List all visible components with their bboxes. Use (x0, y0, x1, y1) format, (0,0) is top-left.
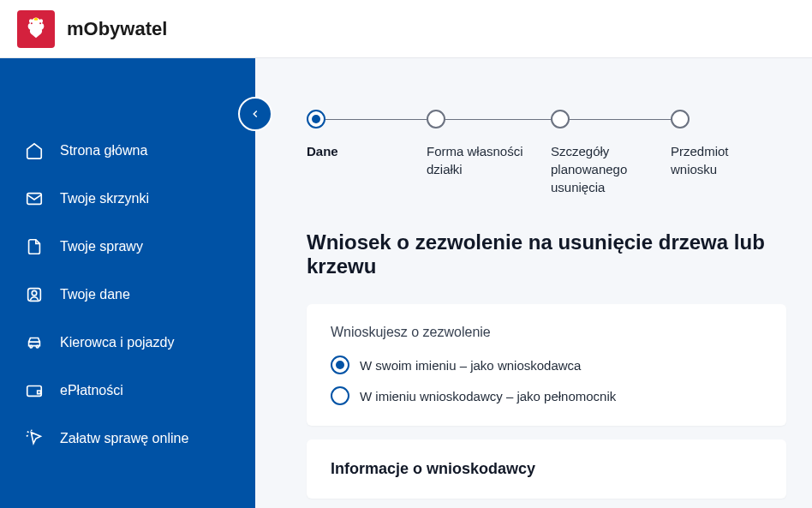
step-line (445, 119, 551, 120)
radio-circle-selected (331, 356, 349, 374)
sidebar-item-cases[interactable]: Twoje sprawy (0, 223, 255, 271)
step-circle (551, 110, 570, 128)
sidebar-item-online[interactable]: Załatw sprawę online (0, 415, 255, 463)
step-label: Przedmiot wniosku (671, 142, 773, 178)
sidebar-item-label: Twoje sprawy (60, 239, 143, 254)
step-label: Szczegóły planowanego usunięcia (551, 142, 654, 196)
step-circle-active (307, 110, 325, 128)
cursor-icon (24, 428, 45, 449)
step-label: Forma własności działki (427, 142, 529, 178)
sidebar-item-label: ePłatności (60, 383, 123, 398)
collapse-sidebar-button[interactable] (238, 97, 272, 131)
sidebar-item-payments[interactable]: ePłatności (0, 367, 255, 415)
radio-group: W swoim imieniu – jako wnioskodawca W im… (331, 356, 762, 405)
home-icon (24, 140, 45, 161)
page-title: Wniosek o zezwolenie na usunięcie drzewa… (307, 230, 812, 278)
step-1: Dane (307, 110, 427, 160)
sidebar-item-label: Kierowca i pojazdy (60, 335, 174, 350)
sidebar-item-label: Twoje skrzynki (60, 191, 149, 206)
step-line (570, 119, 671, 120)
svg-point-6 (36, 345, 39, 348)
step-4: Przedmiot wniosku (671, 110, 773, 178)
sidebar-item-home[interactable]: Strona główna (0, 127, 255, 175)
card-title: Wnioskujesz o zezwolenie (331, 325, 762, 340)
emblem-logo (17, 10, 55, 48)
sidebar-item-inbox[interactable]: Twoje skrzynki (0, 175, 255, 223)
permission-card: Wnioskujesz o zezwolenie W swoim imieniu… (307, 304, 786, 426)
step-label: Dane (307, 142, 338, 160)
step-3: Szczegóły planowanego usunięcia (551, 110, 671, 196)
wallet-icon (24, 380, 45, 401)
section-title: Informacje o wnioskodawcy (331, 460, 762, 478)
radio-option-proxy[interactable]: W imieniu wnioskodawcy – jako pełnomocni… (331, 386, 762, 405)
radio-label: W swoim imieniu – jako wnioskodawca (360, 358, 581, 373)
document-icon (24, 236, 45, 257)
sidebar-item-driver[interactable]: Kierowca i pojazdy (0, 319, 255, 367)
sidebar-item-label: Załatw sprawę online (60, 431, 188, 446)
radio-label: W imieniu wnioskodawcy – jako pełnomocni… (360, 389, 616, 403)
main-content: Dane Forma własności działki Szczegóły p… (255, 58, 812, 508)
radio-option-self[interactable]: W swoim imieniu – jako wnioskodawca (331, 356, 762, 374)
app-title: mObywatel (67, 18, 167, 40)
stepper: Dane Forma własności działki Szczegóły p… (307, 110, 812, 196)
step-2: Forma własności działki (427, 110, 551, 178)
sidebar-item-label: Strona główna (60, 143, 147, 158)
svg-point-5 (30, 345, 33, 348)
mail-icon (24, 188, 45, 209)
step-line (325, 119, 427, 120)
app-header: mObywatel (0, 0, 812, 58)
svg-point-1 (39, 22, 41, 24)
sidebar: Strona główna Twoje skrzynki Twoje spraw… (0, 58, 255, 508)
car-icon (24, 332, 45, 353)
step-circle (671, 110, 690, 128)
svg-point-0 (31, 22, 33, 24)
svg-point-4 (32, 290, 37, 296)
sidebar-item-data[interactable]: Twoje dane (0, 271, 255, 319)
radio-circle (331, 386, 349, 405)
applicant-card: Informacje o wnioskodawcy (307, 439, 786, 499)
sidebar-item-label: Twoje dane (60, 287, 130, 302)
step-circle (427, 110, 445, 128)
user-icon (24, 284, 45, 305)
